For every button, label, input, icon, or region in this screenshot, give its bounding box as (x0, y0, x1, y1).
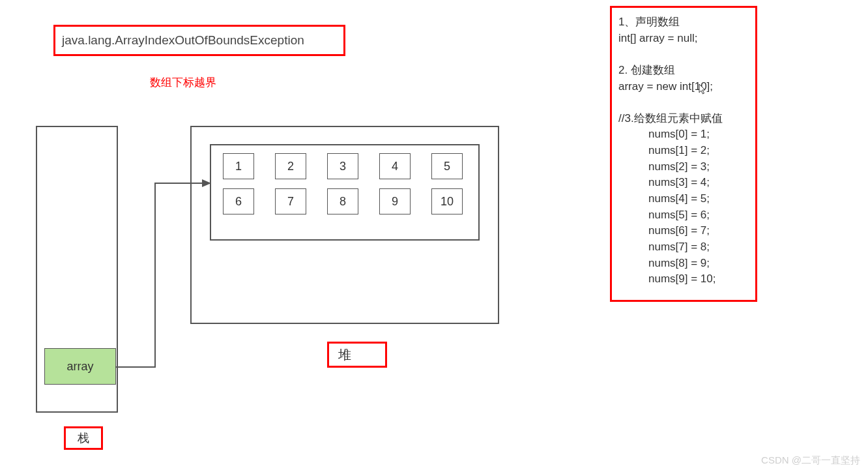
stack-label-box: 栈 (64, 426, 103, 450)
stack-variable-array: array (44, 348, 116, 385)
watermark-text: CSDN @二哥一直坚持 (761, 454, 860, 467)
array-cell: 8 (327, 188, 358, 214)
code-blank (618, 46, 749, 63)
code-assign: nums[4] = 5; (618, 191, 749, 207)
subtitle-text: 数组下标越界 (150, 75, 216, 90)
code-assign: nums[2] = 3; (618, 159, 749, 175)
heap-label-box: 堆 (327, 342, 387, 368)
array-cell: 7 (275, 188, 306, 214)
code-assign: nums[1] = 2; (618, 143, 749, 159)
stack-variable-label: array (66, 360, 93, 374)
array-cell: 6 (223, 188, 254, 214)
code-assign: nums[0] = 1; (618, 126, 749, 143)
array-cell: 1 (223, 153, 254, 179)
code-assign: nums[5] = 6; (618, 207, 749, 224)
heap-row-2: 6 7 8 9 10 (223, 188, 467, 214)
heap-array-container: 1 2 3 4 5 6 7 8 9 10 (210, 144, 480, 241)
stack-label-text: 栈 (78, 430, 89, 446)
array-cell: 3 (327, 153, 358, 179)
code-line: 2. 创建数组 (618, 63, 749, 79)
array-cell: 5 (431, 153, 463, 179)
array-cell: 4 (379, 153, 411, 179)
code-assign: nums[8] = 9; (618, 256, 749, 272)
code-line: int[] array = null; (618, 31, 749, 47)
code-assign: nums[9] = 10; (618, 271, 749, 288)
code-assign: nums[6] = 7; (618, 223, 749, 239)
code-line: 1、声明数组 (618, 14, 749, 31)
array-cell: 2 (275, 153, 306, 179)
heap-label-text: 堆 (338, 346, 351, 364)
array-cell: 9 (379, 188, 411, 214)
exception-text: java.lang.ArrayIndexOutOfBoundsException (62, 33, 304, 48)
code-box: 1、声明数组 int[] array = null; 2. 创建数组 array… (610, 6, 757, 302)
array-cell: 10 (431, 188, 463, 214)
code-line: array = new int[10]; (618, 79, 749, 95)
code-assign: nums[3] = 4; (618, 175, 749, 191)
code-line: //3.给数组元素中赋值 (618, 111, 749, 127)
exception-box: java.lang.ArrayIndexOutOfBoundsException (53, 25, 345, 56)
heap-row-1: 1 2 3 4 5 (223, 153, 467, 179)
code-blank (618, 95, 749, 111)
code-assign: nums[7] = 8; (618, 239, 749, 256)
